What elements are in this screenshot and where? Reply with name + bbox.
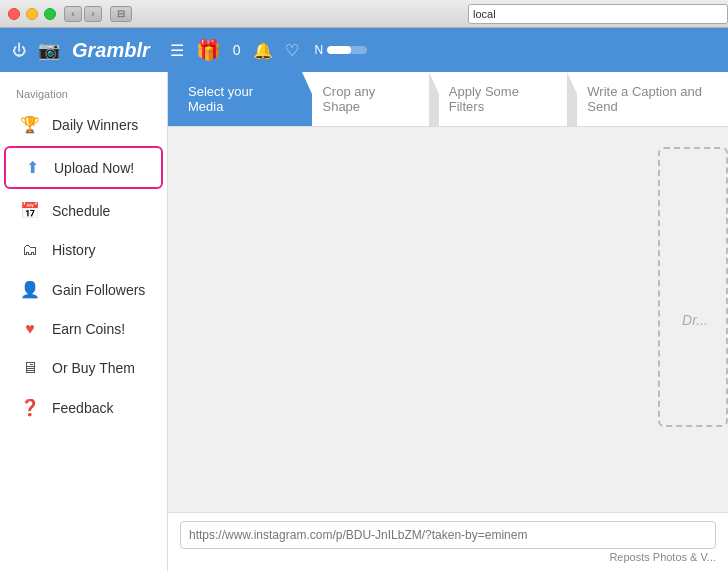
reposts-label: Reposts Photos & V... [180, 551, 716, 563]
progress-fill [327, 46, 351, 54]
sidebar-item-feedback[interactable]: ❓ Feedback [4, 388, 163, 427]
sidebar-label-or-buy-them: Or Buy Them [52, 360, 135, 376]
nav-section-label: Navigation [0, 80, 167, 104]
badge-count: 0 [233, 42, 241, 58]
feedback-icon: ❓ [20, 398, 40, 417]
progress-area: N [315, 43, 368, 57]
sidebar-item-schedule[interactable]: 📅 Schedule [4, 191, 163, 230]
step-write-caption[interactable]: Write a Caption and Send [567, 72, 728, 126]
close-button[interactable] [8, 8, 20, 20]
followers-icon: 👤 [20, 280, 40, 299]
step-select-media[interactable]: Select your Media [168, 72, 302, 126]
upload-area[interactable]: Dr... [168, 127, 728, 512]
step-label-apply-filters: Apply Some Filters [449, 84, 538, 114]
url-bar-area: Reposts Photos & V... [168, 512, 728, 571]
step-crop-shape[interactable]: Crop any Shape [302, 72, 428, 126]
step-label-write-caption: Write a Caption and Send [587, 84, 708, 114]
sidebar-item-upload-now[interactable]: ⬆ Upload Now! [4, 146, 163, 189]
address-bar: local [468, 4, 728, 24]
content-area: Select your Media Crop any Shape Apply S… [168, 72, 728, 571]
calendar-icon: 📅 [20, 201, 40, 220]
history-icon: 🗂 [20, 241, 40, 259]
sidebar-label-history: History [52, 242, 96, 258]
heart-icon[interactable]: ♡ [285, 41, 299, 60]
step-label-select-media: Select your Media [188, 84, 272, 114]
url-input[interactable] [180, 521, 716, 549]
sidebar-label-feedback: Feedback [52, 400, 113, 416]
dashed-drop-zone [658, 147, 728, 427]
step-label-crop-shape: Crop any Shape [322, 84, 398, 114]
forward-arrow[interactable]: › [84, 6, 102, 22]
trophy-icon: 🏆 [20, 115, 40, 134]
sidebar-item-or-buy-them[interactable]: 🖥 Or Buy Them [4, 349, 163, 387]
sidebar-label-daily-winners: Daily Winners [52, 117, 138, 133]
sidebar-label-gain-followers: Gain Followers [52, 282, 145, 298]
sidebar-item-daily-winners[interactable]: 🏆 Daily Winners [4, 105, 163, 144]
back-arrow[interactable]: ‹ [64, 6, 82, 22]
sidebar-item-earn-coins[interactable]: ♥ Earn Coins! [4, 310, 163, 348]
sidebar-label-earn-coins: Earn Coins! [52, 321, 125, 337]
nav-arrows: ‹ › [64, 6, 102, 22]
step-apply-filters[interactable]: Apply Some Filters [429, 72, 568, 126]
address-text: local [473, 8, 496, 20]
app: ⏻ 📷 Gramblr ☰ 🎁 0 🔔 ♡ N Navigation 🏆 Dai… [0, 28, 728, 571]
top-bar: ⏻ 📷 Gramblr ☰ 🎁 0 🔔 ♡ N [0, 28, 728, 72]
sidebar: Navigation 🏆 Daily Winners ⬆ Upload Now!… [0, 72, 168, 571]
upload-icon: ⬆ [22, 158, 42, 177]
progress-track [327, 46, 367, 54]
main-area: Navigation 🏆 Daily Winners ⬆ Upload Now!… [0, 72, 728, 571]
maximize-button[interactable] [44, 8, 56, 20]
sidebar-item-history[interactable]: 🗂 History [4, 231, 163, 269]
sidebar-item-gain-followers[interactable]: 👤 Gain Followers [4, 270, 163, 309]
instagram-icon: 📷 [38, 39, 60, 61]
drag-text: Dr... [682, 312, 708, 328]
app-title: Gramblr [72, 39, 150, 62]
power-icon[interactable]: ⏻ [12, 42, 26, 58]
window-mode-button[interactable]: ⊟ [110, 6, 132, 22]
sidebar-label-schedule: Schedule [52, 203, 110, 219]
coins-icon: ♥ [20, 320, 40, 338]
sidebar-label-upload-now: Upload Now! [54, 160, 134, 176]
buy-icon: 🖥 [20, 359, 40, 377]
steps-bar: Select your Media Crop any Shape Apply S… [168, 72, 728, 127]
briefcase-icon: 🎁 [196, 38, 221, 62]
hamburger-icon[interactable]: ☰ [170, 41, 184, 60]
title-bar: ‹ › ⊟ local [0, 0, 728, 28]
minimize-button[interactable] [26, 8, 38, 20]
traffic-lights [8, 8, 56, 20]
progress-label: N [315, 43, 324, 57]
bell-icon[interactable]: 🔔 [253, 41, 273, 60]
